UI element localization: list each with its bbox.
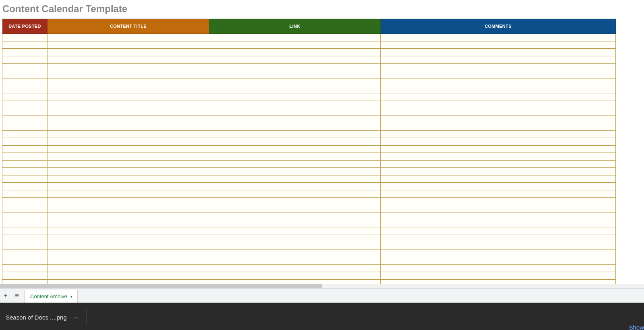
cell[interactable]: [209, 227, 381, 235]
cell[interactable]: [47, 86, 209, 93]
cell[interactable]: [381, 101, 616, 108]
table-row[interactable]: [2, 220, 616, 227]
cell[interactable]: [2, 190, 47, 198]
table-row[interactable]: [2, 212, 616, 220]
cell[interactable]: [2, 78, 47, 86]
cell[interactable]: [2, 93, 47, 101]
cell[interactable]: [381, 34, 616, 41]
cell[interactable]: [209, 116, 381, 123]
cell[interactable]: [47, 227, 209, 235]
cell[interactable]: [381, 138, 616, 146]
table-row[interactable]: [2, 78, 616, 86]
table-row[interactable]: [2, 64, 616, 71]
spreadsheet[interactable]: DATE POSTEDCONTENT TITLELINKCOMMENTS: [0, 19, 644, 288]
cell[interactable]: [381, 64, 616, 71]
content-table[interactable]: DATE POSTEDCONTENT TITLELINKCOMMENTS: [2, 19, 616, 287]
column-header[interactable]: COMMENTS: [381, 19, 616, 34]
cell[interactable]: [47, 242, 209, 250]
table-row[interactable]: [2, 272, 616, 280]
table-row[interactable]: [2, 190, 616, 198]
add-sheet-button[interactable]: +: [2, 292, 10, 300]
cell[interactable]: [381, 183, 616, 190]
table-row[interactable]: [2, 250, 616, 257]
cell[interactable]: [47, 130, 209, 138]
cell[interactable]: [2, 175, 47, 183]
cell[interactable]: [209, 160, 381, 168]
table-row[interactable]: [2, 235, 616, 242]
cell[interactable]: [2, 227, 47, 235]
column-header[interactable]: CONTENT TITLE: [47, 19, 209, 34]
cell[interactable]: [209, 175, 381, 183]
cell[interactable]: [2, 108, 47, 116]
cell[interactable]: [209, 190, 381, 198]
cell[interactable]: [381, 86, 616, 93]
cell[interactable]: [2, 130, 47, 138]
cell[interactable]: [2, 116, 47, 123]
cell[interactable]: [2, 56, 47, 64]
show-all-link[interactable]: Show: [629, 324, 644, 330]
cell[interactable]: [2, 41, 47, 49]
cell[interactable]: [47, 145, 209, 153]
cell[interactable]: [47, 198, 209, 205]
cell[interactable]: [381, 220, 616, 227]
cell[interactable]: [47, 250, 209, 257]
cell[interactable]: [47, 175, 209, 183]
cell[interactable]: [381, 250, 616, 257]
table-row[interactable]: [2, 41, 616, 49]
cell[interactable]: [381, 123, 616, 131]
cell[interactable]: [381, 227, 616, 235]
cell[interactable]: [47, 41, 209, 49]
table-row[interactable]: [2, 71, 616, 78]
cell[interactable]: [47, 101, 209, 108]
table-row[interactable]: [2, 198, 616, 205]
cell[interactable]: [209, 205, 381, 212]
cell[interactable]: [2, 64, 47, 71]
cell[interactable]: [209, 101, 381, 108]
cell[interactable]: [47, 272, 209, 280]
cell[interactable]: [209, 49, 381, 56]
cell[interactable]: [2, 272, 47, 280]
table-row[interactable]: [2, 175, 616, 183]
cell[interactable]: [381, 212, 616, 220]
cell[interactable]: [209, 56, 381, 64]
cell[interactable]: [2, 101, 47, 108]
cell[interactable]: [47, 71, 209, 78]
cell[interactable]: [47, 235, 209, 242]
cell[interactable]: [381, 108, 616, 116]
cell[interactable]: [209, 168, 381, 175]
cell[interactable]: [47, 78, 209, 86]
cell[interactable]: [209, 235, 381, 242]
table-row[interactable]: [2, 160, 616, 168]
cell[interactable]: [381, 130, 616, 138]
cell[interactable]: [47, 264, 209, 272]
table-row[interactable]: [2, 145, 616, 153]
cell[interactable]: [2, 242, 47, 250]
cell[interactable]: [209, 264, 381, 272]
cell[interactable]: [209, 130, 381, 138]
table-row[interactable]: [2, 264, 616, 272]
cell[interactable]: [209, 198, 381, 205]
cell[interactable]: [381, 235, 616, 242]
table-row[interactable]: [2, 257, 616, 265]
column-header[interactable]: LINK: [209, 19, 381, 34]
cell[interactable]: [2, 153, 47, 161]
cell[interactable]: [209, 71, 381, 78]
cell[interactable]: [2, 123, 47, 131]
cell[interactable]: [209, 242, 381, 250]
table-row[interactable]: [2, 116, 616, 123]
all-sheets-button[interactable]: ≡: [13, 292, 21, 300]
cell[interactable]: [381, 205, 616, 212]
cell[interactable]: [47, 220, 209, 227]
cell[interactable]: [47, 116, 209, 123]
cell[interactable]: [209, 78, 381, 86]
table-row[interactable]: [2, 56, 616, 64]
cell[interactable]: [209, 257, 381, 265]
cell[interactable]: [381, 78, 616, 86]
cell[interactable]: [2, 250, 47, 257]
download-filename[interactable]: Season of Docs ....png: [6, 314, 67, 321]
cell[interactable]: [209, 138, 381, 146]
cell[interactable]: [209, 108, 381, 116]
cell[interactable]: [209, 93, 381, 101]
table-row[interactable]: [2, 130, 616, 138]
cell[interactable]: [381, 56, 616, 64]
